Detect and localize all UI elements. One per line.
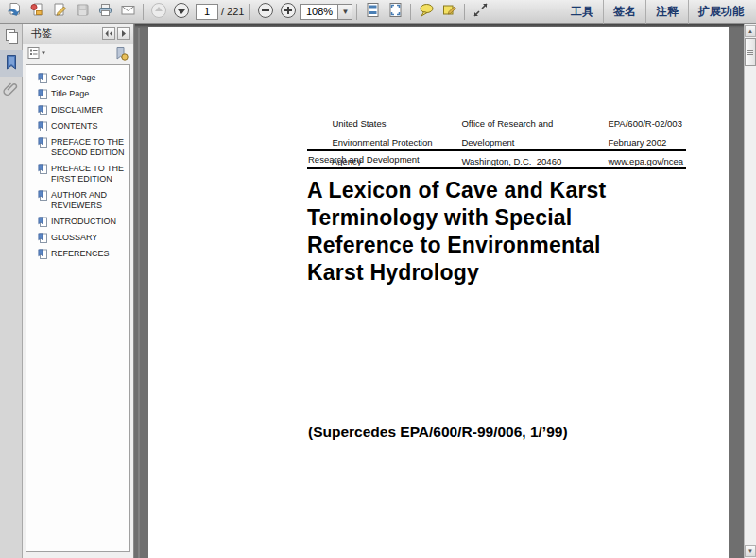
comment-menu-button[interactable]: 注释 bbox=[645, 0, 688, 24]
bookmark-item-preface-second-edition[interactable]: PREFACE TO THE SECOND EDITION bbox=[26, 134, 128, 161]
toolbar-separator bbox=[143, 4, 144, 20]
extended-features-menu-button[interactable]: 扩展功能 bbox=[688, 0, 753, 24]
cover-header-block: United States Environmental Protection A… bbox=[307, 110, 683, 176]
bookmark-label: PREFACE TO THE FIRST EDITION bbox=[51, 164, 126, 184]
cover-header-report-number: EPA/600/R-02/003 February 2002 www.epa.g… bbox=[583, 110, 683, 176]
new-bookmark-button[interactable] bbox=[114, 46, 129, 63]
edit-pencil-icon bbox=[52, 2, 68, 21]
create-pdf-button[interactable] bbox=[26, 2, 48, 22]
tab-page-thumbnails[interactable] bbox=[0, 24, 23, 50]
pdf-page: United States Environmental Protection A… bbox=[148, 27, 729, 558]
bookmark-item-preface-first-edition[interactable]: PREFACE TO THE FIRST EDITION bbox=[26, 161, 128, 187]
edit-document-button[interactable] bbox=[48, 2, 71, 22]
email-button[interactable] bbox=[116, 2, 139, 22]
fit-page-icon bbox=[387, 2, 404, 21]
chevron-right-icon bbox=[120, 26, 128, 41]
zoom-out-button[interactable] bbox=[254, 2, 277, 22]
bookmark-item-glossary[interactable]: GLOSSARY bbox=[26, 230, 128, 246]
bookmark-page-icon bbox=[38, 105, 47, 115]
document-title: A Lexicon of Cave and Karst Terminology … bbox=[307, 177, 606, 287]
toolbar-separator bbox=[464, 4, 465, 20]
cover-header-office: Office of Research and Development Washi… bbox=[437, 110, 583, 176]
bookmark-label: AUTHOR AND REVIEWERS bbox=[51, 190, 126, 211]
bookmark-item-introduction[interactable]: INTRODUCTION bbox=[26, 214, 128, 230]
toolbar-separator bbox=[356, 4, 357, 20]
navigation-tab-strip bbox=[0, 24, 23, 558]
bookmark-label: Title Page bbox=[51, 89, 89, 99]
sticky-note-icon bbox=[441, 2, 457, 21]
bookmark-page-icon bbox=[38, 89, 47, 99]
bookmark-page-icon bbox=[38, 233, 47, 243]
bookmark-label: INTRODUCTION bbox=[51, 217, 116, 227]
fit-page-button[interactable] bbox=[384, 2, 406, 22]
bookmark-page-icon bbox=[38, 217, 47, 227]
fit-width-button[interactable] bbox=[361, 2, 384, 22]
bookmark-label: GLOSSARY bbox=[51, 233, 97, 243]
new-bookmark-icon bbox=[114, 46, 129, 63]
bookmark-item-contents[interactable]: CONTENTS bbox=[26, 118, 128, 134]
bookmark-item-cover-page[interactable]: Cover Page bbox=[26, 70, 128, 86]
comment-button[interactable] bbox=[415, 2, 438, 22]
zoom-level-input[interactable] bbox=[300, 4, 337, 20]
page-thumbnails-icon bbox=[3, 27, 20, 47]
fullscreen-button[interactable] bbox=[469, 2, 491, 22]
bookmark-label: REFERENCES bbox=[51, 249, 110, 259]
zoom-in-button[interactable] bbox=[277, 2, 300, 22]
scroll-up-button[interactable]: ▲ bbox=[745, 25, 756, 37]
thumb-grip bbox=[747, 54, 753, 55]
fit-width-icon bbox=[365, 2, 381, 21]
scroll-down-button[interactable]: ▼ bbox=[745, 545, 756, 557]
bookmarks-icon bbox=[3, 54, 20, 74]
panel-options-button[interactable] bbox=[117, 27, 130, 40]
print-button[interactable] bbox=[94, 2, 116, 22]
bookmark-page-icon bbox=[38, 249, 47, 259]
open-file-button[interactable] bbox=[3, 2, 26, 22]
collapse-panel-button[interactable] bbox=[102, 27, 115, 40]
division-label: Research and Development bbox=[308, 154, 420, 165]
save-button[interactable] bbox=[71, 2, 94, 22]
bookmark-label: Cover Page bbox=[51, 73, 96, 83]
create-pdf-icon bbox=[29, 2, 45, 21]
panel-splitter-handle[interactable] bbox=[138, 24, 140, 558]
open-file-icon bbox=[7, 2, 23, 21]
comment-bubble-icon bbox=[419, 2, 435, 21]
bookmark-list: Cover Page Title Page DISCLAIMER CONTENT… bbox=[26, 64, 130, 552]
tools-menu-button[interactable]: 工具 bbox=[561, 0, 603, 24]
sticky-note-button[interactable] bbox=[438, 2, 460, 22]
bookmark-options-button[interactable] bbox=[27, 46, 46, 62]
tab-attachments[interactable] bbox=[0, 77, 23, 103]
bookmarks-toolbar bbox=[23, 44, 133, 64]
bookmark-item-references[interactable]: REFERENCES bbox=[26, 246, 128, 262]
document-view-area: United States Environmental Protection A… bbox=[135, 24, 744, 558]
next-page-button[interactable] bbox=[170, 2, 193, 22]
email-envelope-icon bbox=[120, 2, 136, 21]
thumb-grip bbox=[747, 50, 753, 51]
save-floppy-icon bbox=[75, 2, 91, 21]
bookmark-item-disclaimer[interactable]: DISCLAIMER bbox=[26, 102, 128, 118]
sign-menu-button[interactable]: 签名 bbox=[603, 0, 645, 24]
bookmark-label: PREFACE TO THE SECOND EDITION bbox=[51, 137, 126, 158]
page-down-icon bbox=[173, 2, 190, 22]
bookmark-page-icon bbox=[38, 137, 47, 148]
bookmark-item-title-page[interactable]: Title Page bbox=[26, 86, 128, 102]
page-up-icon bbox=[150, 2, 167, 22]
pdf-viewer-window: / 221 ▼ 工具 签名 注释 bbox=[0, 0, 756, 558]
scrollbar-thumb[interactable] bbox=[745, 38, 756, 66]
double-chevron-left-icon bbox=[104, 26, 113, 41]
zoom-out-icon bbox=[257, 2, 274, 22]
horizontal-rule-top bbox=[307, 149, 686, 151]
bookmark-page-icon bbox=[38, 190, 47, 201]
cover-header-agency: United States Environmental Protection A… bbox=[307, 110, 437, 176]
bookmarks-panel-header: 书签 bbox=[23, 24, 133, 44]
bookmark-label: DISCLAIMER bbox=[51, 105, 103, 115]
horizontal-rule-bottom bbox=[307, 167, 686, 169]
bookmarks-panel: 书签 Cover Page Title Page bbox=[23, 24, 134, 558]
toolbar-separator bbox=[249, 4, 250, 20]
page-number-input[interactable] bbox=[196, 4, 218, 20]
tab-bookmarks[interactable] bbox=[0, 50, 23, 77]
vertical-scrollbar[interactable]: ▲ ▼ bbox=[744, 24, 756, 558]
zoom-dropdown-button[interactable]: ▼ bbox=[337, 4, 352, 20]
toolbar-separator bbox=[410, 4, 411, 20]
previous-page-button[interactable] bbox=[147, 2, 170, 22]
bookmark-item-author-and-reviewers[interactable]: AUTHOR AND REVIEWERS bbox=[26, 187, 128, 214]
